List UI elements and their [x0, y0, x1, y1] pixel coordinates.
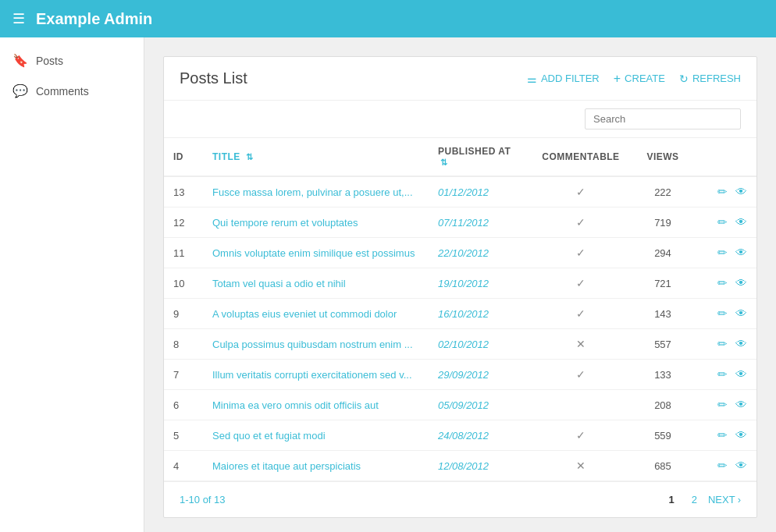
comments-icon: 💬 [12, 83, 28, 98]
view-icon[interactable]: 👁 [735, 246, 747, 259]
cross-icon: ✕ [576, 459, 586, 472]
cell-views: 208 [632, 390, 694, 420]
view-icon[interactable]: 👁 [735, 428, 747, 442]
view-icon[interactable]: 👁 [735, 337, 747, 350]
cell-id: 7 [164, 360, 203, 390]
post-title-link[interactable]: Qui tempore rerum et voluptates [212, 217, 358, 229]
edit-icon[interactable]: ✏ [717, 276, 728, 289]
cell-title: A voluptas eius eveniet ut commodi dolor [203, 299, 429, 329]
post-title-link[interactable]: Culpa possimus quibusdam nostrum enim ..… [212, 339, 413, 350]
sidebar-item-comments[interactable]: 💬 Comments [0, 76, 144, 106]
post-title-link[interactable]: Totam vel quasi a odio et nihil [212, 278, 346, 289]
col-title[interactable]: TITLE ⇅ [203, 138, 429, 176]
main-content: Posts List ⚌ ADD FILTER + CREATE ↻ REFRE… [144, 37, 776, 532]
search-bar [164, 101, 756, 138]
view-icon[interactable]: 👁 [735, 307, 747, 320]
next-page-button[interactable]: NEXT › [708, 494, 741, 505]
edit-icon[interactable]: ✏ [717, 185, 728, 198]
col-actions [694, 138, 756, 176]
cell-title: Fusce massa lorem, pulvinar a posuere ut… [203, 176, 429, 207]
sidebar-item-comments-label: Comments [36, 85, 89, 98]
cell-actions: ✏ 👁 [694, 299, 756, 329]
post-title-link[interactable]: Fusce massa lorem, pulvinar a posuere ut… [212, 186, 413, 198]
check-icon: ✓ [576, 246, 586, 259]
topbar: ☰ Example Admin [0, 0, 776, 37]
col-published-at: PUBLISHED AT ⇅ [429, 138, 530, 176]
edit-icon[interactable]: ✏ [717, 215, 728, 229]
cell-views: 133 [632, 360, 694, 390]
cell-actions: ✏ 👁 [694, 451, 756, 481]
search-input[interactable] [585, 108, 741, 129]
post-title-link[interactable]: Sed quo et et fugiat modi [212, 430, 326, 442]
edit-icon[interactable]: ✏ [717, 337, 728, 350]
post-title-link[interactable]: Omnis voluptate enim similique est possi… [212, 247, 415, 259]
edit-icon[interactable]: ✏ [717, 398, 728, 411]
cell-title: Maiores et itaque aut perspiciatis [203, 451, 429, 481]
cell-published-at: 22/10/2012 [429, 238, 530, 268]
next-label: NEXT [708, 494, 735, 505]
check-icon: ✓ [576, 429, 586, 442]
page-2-button[interactable]: 2 [685, 491, 703, 508]
cell-commentable [530, 390, 632, 420]
post-title-link[interactable]: Minima ea vero omnis odit officiis aut [212, 399, 379, 411]
cell-id: 6 [164, 390, 203, 420]
table-row: 9 A voluptas eius eveniet ut commodi dol… [164, 299, 756, 329]
sidebar-item-posts-label: Posts [36, 55, 63, 67]
check-icon: ✓ [576, 368, 586, 381]
cell-views: 721 [632, 268, 694, 299]
cell-id: 9 [164, 299, 203, 329]
table-row: 6 Minima ea vero omnis odit officiis aut… [164, 390, 756, 420]
cell-title: Qui tempore rerum et voluptates [203, 207, 429, 238]
cell-commentable: ✕ [530, 329, 632, 360]
view-icon[interactable]: 👁 [735, 367, 747, 381]
cell-views: 294 [632, 238, 694, 268]
cell-published-at: 12/08/2012 [429, 451, 530, 481]
plus-icon: + [614, 72, 621, 86]
table-row: 13 Fusce massa lorem, pulvinar a posuere… [164, 176, 756, 207]
cell-commentable: ✓ [530, 207, 632, 238]
cell-id: 8 [164, 329, 203, 360]
sort-icon: ⇅ [246, 152, 254, 161]
cell-published-at: 05/09/2012 [429, 390, 530, 420]
cell-commentable: ✓ [530, 238, 632, 268]
edit-icon[interactable]: ✏ [717, 459, 728, 472]
cell-commentable: ✓ [530, 299, 632, 329]
edit-icon[interactable]: ✏ [717, 428, 728, 442]
post-title-link[interactable]: Maiores et itaque aut perspiciatis [212, 460, 361, 472]
edit-icon[interactable]: ✏ [717, 307, 728, 320]
menu-icon[interactable]: ☰ [12, 10, 25, 27]
view-icon[interactable]: 👁 [735, 398, 747, 411]
panel-actions: ⚌ ADD FILTER + CREATE ↻ REFRESH [527, 72, 741, 86]
create-button[interactable]: + CREATE [614, 72, 665, 86]
sidebar-item-posts[interactable]: 🔖 Posts [0, 45, 144, 76]
filter-icon: ⚌ [527, 73, 537, 85]
page-1-button[interactable]: 1 [663, 491, 681, 508]
add-filter-button[interactable]: ⚌ ADD FILTER [527, 73, 600, 85]
post-title-link[interactable]: Illum veritatis corrupti exercitationem … [212, 369, 412, 381]
edit-icon[interactable]: ✏ [717, 246, 728, 259]
col-id: ID [164, 138, 203, 176]
posts-icon: 🔖 [12, 53, 28, 68]
cell-published-at: 02/10/2012 [429, 329, 530, 360]
cell-actions: ✏ 👁 [694, 207, 756, 238]
view-icon[interactable]: 👁 [735, 276, 747, 289]
refresh-button[interactable]: ↻ REFRESH [679, 73, 741, 85]
cell-actions: ✏ 👁 [694, 238, 756, 268]
view-icon[interactable]: 👁 [735, 215, 747, 229]
cell-views: 685 [632, 451, 694, 481]
posts-panel: Posts List ⚌ ADD FILTER + CREATE ↻ REFRE… [163, 56, 757, 518]
cell-commentable: ✓ [530, 176, 632, 207]
post-title-link[interactable]: A voluptas eius eveniet ut commodi dolor [212, 308, 397, 320]
cell-id: 12 [164, 207, 203, 238]
view-icon[interactable]: 👁 [735, 459, 747, 472]
cell-published-at: 01/12/2012 [429, 176, 530, 207]
view-icon[interactable]: 👁 [735, 185, 747, 198]
cell-id: 11 [164, 238, 203, 268]
check-icon: ✓ [576, 277, 586, 289]
cell-title: Omnis voluptate enim similique est possi… [203, 238, 429, 268]
table-row: 11 Omnis voluptate enim similique est po… [164, 238, 756, 268]
cell-commentable: ✕ [530, 451, 632, 481]
edit-icon[interactable]: ✏ [717, 367, 728, 381]
refresh-icon: ↻ [679, 73, 689, 85]
check-icon: ✓ [576, 307, 586, 320]
